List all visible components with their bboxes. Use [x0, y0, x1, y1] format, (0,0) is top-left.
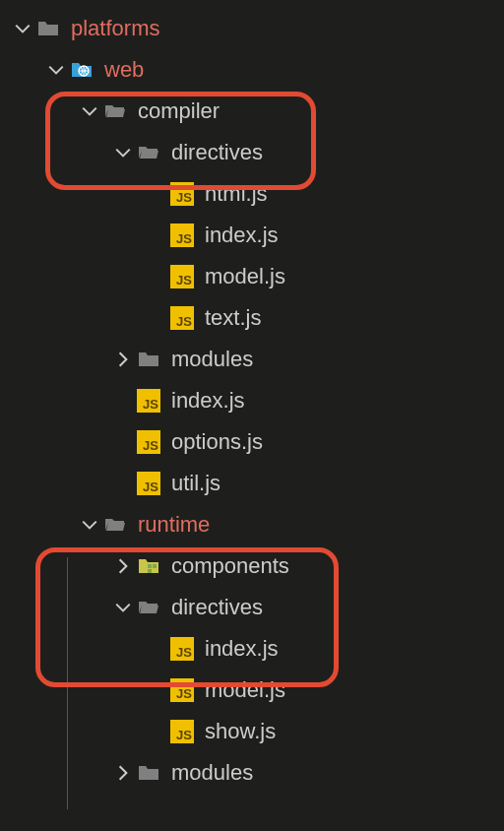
tree-label: modules	[171, 347, 253, 372]
tree-item-runtime-directives[interactable]: directives	[0, 587, 504, 628]
tree-item-index-js[interactable]: JS index.js	[0, 380, 504, 421]
js-file-icon: JS	[136, 429, 161, 455]
tree-item-index-js[interactable]: JS index.js	[0, 215, 504, 256]
tree-item-html-js[interactable]: JS html.js	[0, 173, 504, 215]
js-file-icon: JS	[136, 471, 161, 496]
chevron-down-icon	[14, 20, 32, 37]
tree-item-util-js[interactable]: JS util.js	[0, 463, 504, 504]
tree-label: index.js	[205, 223, 279, 248]
chevron-down-icon	[81, 516, 98, 534]
js-file-icon: JS	[169, 181, 195, 207]
js-file-icon: JS	[169, 677, 195, 703]
tree-label: options.js	[171, 429, 263, 455]
chevron-right-icon	[114, 351, 132, 368]
chevron-down-icon	[114, 144, 132, 161]
tree-label: compiler	[138, 98, 220, 124]
chevron-right-icon	[114, 557, 132, 575]
folder-icon	[136, 760, 161, 786]
tree-label: platforms	[71, 16, 159, 41]
tree-item-compiler-directives[interactable]: directives	[0, 132, 504, 173]
tree-item-modules[interactable]: modules	[0, 339, 504, 380]
js-file-icon: JS	[169, 223, 195, 248]
folder-open-icon	[102, 512, 128, 538]
tree-item-platforms[interactable]: platforms	[0, 8, 504, 49]
tree-label: util.js	[171, 471, 220, 496]
tree-label: directives	[171, 595, 263, 620]
folder-open-icon	[136, 595, 161, 620]
tree-item-modules[interactable]: modules	[0, 752, 504, 794]
tree-label: web	[104, 57, 144, 83]
tree-label: index.js	[205, 636, 279, 662]
folder-components-icon	[136, 553, 161, 579]
tree-item-options-js[interactable]: JS options.js	[0, 421, 504, 463]
tree-label: text.js	[205, 305, 261, 331]
svg-rect-2	[153, 564, 157, 568]
folder-icon	[35, 16, 61, 41]
tree-label: show.js	[205, 719, 276, 744]
folder-open-icon	[136, 140, 161, 165]
tree-label: modules	[171, 760, 253, 786]
tree-label: model.js	[205, 677, 285, 703]
tree-item-components[interactable]: components	[0, 545, 504, 587]
tree-label: components	[171, 553, 289, 579]
js-file-icon: JS	[169, 636, 195, 662]
file-tree: platforms web compiler	[0, 0, 504, 794]
tree-item-compiler[interactable]: compiler	[0, 91, 504, 132]
tree-label: runtime	[138, 512, 210, 538]
chevron-down-icon	[81, 102, 98, 120]
tree-item-index-js[interactable]: JS index.js	[0, 628, 504, 670]
folder-open-icon	[102, 98, 128, 124]
folder-icon	[136, 347, 161, 372]
tree-item-show-js[interactable]: JS show.js	[0, 711, 504, 752]
js-file-icon: JS	[169, 264, 195, 289]
tree-label: model.js	[205, 264, 285, 289]
tree-item-model-js[interactable]: JS model.js	[0, 670, 504, 711]
js-file-icon: JS	[169, 719, 195, 744]
chevron-down-icon	[47, 61, 65, 79]
tree-label: directives	[171, 140, 263, 165]
tree-item-runtime[interactable]: runtime	[0, 504, 504, 545]
svg-rect-1	[148, 564, 152, 568]
js-file-icon: JS	[136, 388, 161, 414]
svg-rect-3	[148, 569, 152, 573]
tree-item-text-js[interactable]: JS text.js	[0, 297, 504, 339]
js-file-icon: JS	[169, 305, 195, 331]
folder-web-icon	[69, 57, 94, 83]
tree-item-model-js[interactable]: JS model.js	[0, 256, 504, 297]
tree-item-web[interactable]: web	[0, 49, 504, 91]
tree-label: html.js	[205, 181, 268, 207]
chevron-right-icon	[114, 764, 132, 782]
chevron-down-icon	[114, 599, 132, 616]
tree-label: index.js	[171, 388, 245, 414]
